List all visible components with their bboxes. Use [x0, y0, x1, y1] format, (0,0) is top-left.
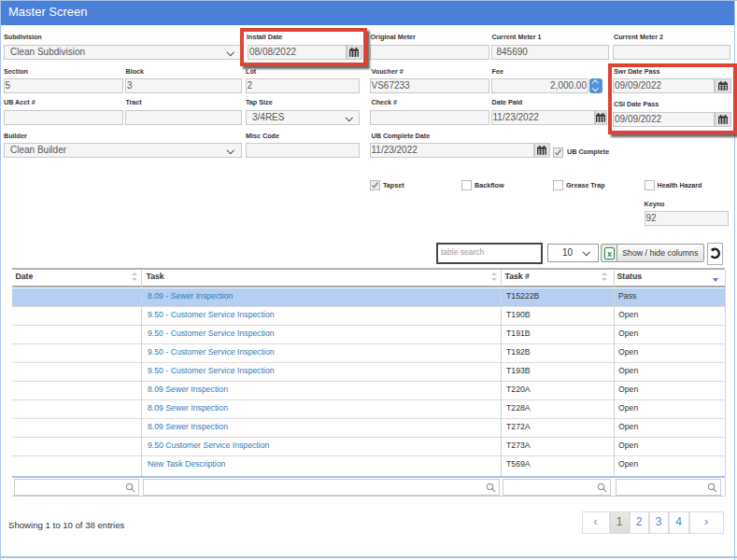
- svg-text:x: x: [607, 249, 612, 259]
